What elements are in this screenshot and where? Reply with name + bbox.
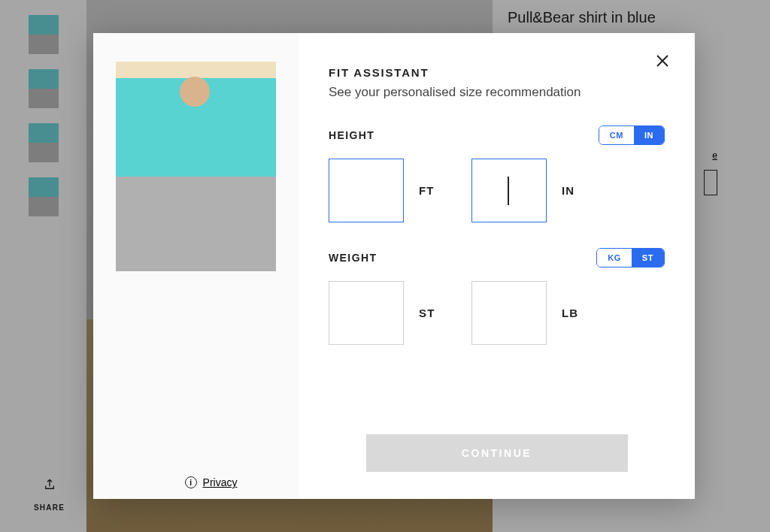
height-ft-unit-label: FT — [419, 184, 456, 197]
height-unit-cm[interactable]: CM — [599, 126, 634, 144]
privacy-row[interactable]: i Privacy — [146, 476, 276, 488]
height-unit-toggle: CM IN — [599, 125, 665, 145]
weight-lb-input[interactable] — [471, 281, 547, 345]
height-section: HEIGHT CM IN FT IN — [329, 125, 665, 222]
weight-label: WEIGHT — [329, 252, 377, 264]
continue-button[interactable]: CONTINUE — [366, 434, 628, 472]
height-unit-in[interactable]: IN — [634, 126, 664, 144]
height-label: HEIGHT — [329, 129, 374, 141]
modal-form-panel: FIT ASSISTANT See your personalised size… — [299, 33, 695, 499]
weight-unit-st[interactable]: ST — [632, 249, 664, 267]
modal-image-panel: i Privacy — [93, 33, 299, 499]
weight-section: WEIGHT KG ST ST LB — [329, 248, 665, 345]
weight-unit-toggle: KG ST — [596, 248, 665, 268]
close-button[interactable] — [651, 50, 674, 72]
close-icon — [654, 53, 671, 69]
info-icon: i — [185, 476, 197, 488]
height-in-unit-label: IN — [562, 184, 599, 197]
height-in-input[interactable] — [471, 159, 547, 222]
weight-st-input[interactable] — [329, 281, 404, 345]
fit-assistant-modal: i Privacy FIT ASSISTANT See your persona… — [93, 33, 695, 499]
weight-unit-kg[interactable]: KG — [597, 249, 632, 267]
modal-subtitle: See your personalised size recommendatio… — [329, 85, 665, 100]
height-ft-input[interactable] — [329, 159, 404, 222]
weight-st-unit-label: ST — [419, 307, 456, 319]
modal-title: FIT ASSISTANT — [329, 66, 665, 79]
modal-product-image — [116, 62, 276, 271]
privacy-link[interactable]: Privacy — [203, 476, 238, 488]
weight-lb-unit-label: LB — [562, 307, 599, 319]
